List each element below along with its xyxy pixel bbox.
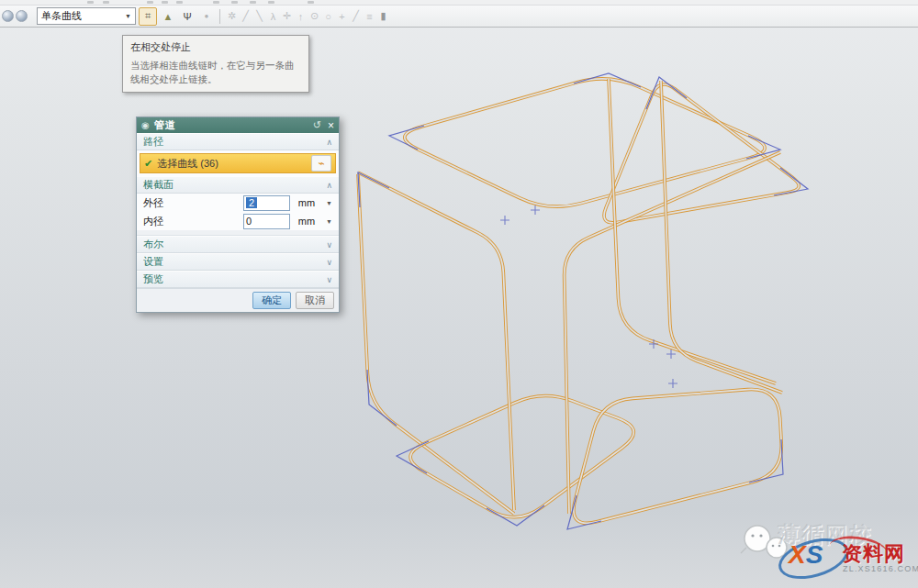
dialog-title: 管道 (154, 118, 176, 132)
watermark-url: ZL.XS1616.COM (843, 564, 918, 573)
curve-rule-dropdown[interactable]: 单条曲线 ▼ (37, 7, 136, 25)
pipe-curve[interactable] (358, 174, 514, 514)
snap-arc-icon[interactable]: ↑ (294, 11, 308, 22)
snap-point-on-face-icon[interactable]: ≡ (363, 11, 376, 22)
section-path-label: 路径 (143, 135, 163, 149)
point-marker[interactable] (668, 379, 677, 388)
pipe-curve-core[interactable] (609, 79, 776, 383)
inner-diameter-unit[interactable]: mm (298, 216, 315, 227)
pipe-curve-core[interactable] (604, 84, 799, 223)
point-marker[interactable] (531, 205, 540, 215)
tooltip-title: 在相交处停止 (130, 40, 301, 54)
snap-control-point-icon[interactable]: λ (266, 11, 280, 22)
pipe-curve[interactable] (604, 84, 799, 223)
point-marker[interactable] (666, 349, 676, 359)
pipe-curve-core[interactable] (574, 389, 781, 523)
gear-icon: ◉ (141, 120, 150, 130)
snap-endpoint-icon[interactable]: ╱ (239, 10, 252, 22)
select-curve-label: 选择曲线 (36) (157, 157, 218, 171)
stop-at-intersection-button[interactable]: ⌗ (139, 7, 157, 26)
snap-midpoint-icon[interactable]: ╲ (252, 10, 266, 22)
toolbar-separator (219, 9, 220, 24)
outer-diameter-unit[interactable]: mm (298, 197, 315, 208)
outer-diameter-value: 2 (246, 197, 257, 208)
check-icon: ✔ (144, 158, 152, 170)
chevron-down-icon[interactable]: ∨ (326, 275, 332, 284)
snap-point-on-curve-icon[interactable]: ╱ (349, 10, 363, 22)
ok-button[interactable]: 确定 (252, 292, 291, 309)
wireframe-corner[interactable] (358, 172, 389, 207)
section-cross-label: 横截面 (143, 178, 174, 192)
outer-diameter-input[interactable]: 2 (243, 195, 290, 211)
pipe-curve[interactable] (358, 172, 514, 510)
pipe-curve[interactable] (609, 79, 776, 383)
curve-rule-value: 单条曲线 (41, 9, 82, 23)
chevron-down-icon[interactable]: ▼ (326, 200, 332, 206)
sphere-icon[interactable] (2, 10, 14, 22)
pipe-curve[interactable] (661, 81, 782, 393)
snap-intersection-icon[interactable]: ✛ (280, 10, 294, 22)
inner-diameter-input[interactable]: 0 (243, 214, 290, 229)
curve-select-icon[interactable]: ⌁ (311, 155, 331, 172)
chevron-down-icon: ▼ (125, 13, 131, 19)
tube-dialog: ◉ 管道 ↺ × 路径 ∧ ✔ 选择曲线 (36) ⌁ 横截面 ∧ 外径 2 m… (136, 116, 340, 313)
reset-icon[interactable]: ↺ (313, 119, 321, 131)
pipe-curve-core[interactable] (358, 172, 514, 510)
chevron-down-icon[interactable]: ∨ (326, 240, 332, 250)
section-settings[interactable]: 设置 ∨ (137, 253, 339, 271)
inner-diameter-value: 0 (246, 216, 252, 227)
tooltip: 在相交处停止 当选择相连曲线链时，在它与另一条曲线相交处停止链接。 (122, 35, 309, 93)
outer-diameter-row: 外径 2 mm ▼ (137, 194, 339, 212)
chevron-up-icon[interactable]: ∧ (326, 181, 332, 190)
tooltip-body: 当选择相连曲线链时，在它与另一条曲线相交处停止链接。 (130, 59, 301, 85)
inner-diameter-row: 内径 0 mm ▼ (137, 212, 339, 230)
snap-center-icon[interactable]: ⊙ (308, 10, 321, 22)
pipe-curve-core[interactable] (358, 174, 514, 514)
section-settings-label: 设置 (143, 255, 163, 269)
snap-point-icon[interactable]: ✲ (225, 10, 239, 22)
magnet-tool-icon[interactable]: Ψ (179, 8, 196, 25)
point-tool-icon[interactable]: ● (198, 8, 215, 25)
outer-diameter-label: 外径 (143, 196, 243, 210)
selection-toolbar: 单条曲线 ▼ ⌗ ▲ Ψ ● ✲ ╱ ╲ λ ✛ ↑ ⊙ ○ + ╱ ≡ ▮ (0, 6, 918, 28)
section-preview-label: 预览 (143, 272, 163, 286)
dialog-buttons: 确定 取消 (137, 288, 339, 312)
chevron-down-icon[interactable]: ∨ (326, 258, 332, 267)
cone-tool-icon[interactable]: ▲ (160, 8, 176, 25)
pipe-curve-core[interactable] (405, 79, 765, 206)
snap-bounded-plane-icon[interactable]: ▮ (376, 10, 390, 22)
pipe-curve-core[interactable] (661, 81, 782, 393)
dialog-titlebar[interactable]: ◉ 管道 ↺ × (137, 117, 339, 133)
point-marker[interactable] (500, 216, 509, 225)
watermark-logo-xs: XS (789, 540, 823, 570)
snap-existing-point-icon[interactable]: + (335, 11, 349, 22)
pipe-curve[interactable] (405, 79, 765, 206)
wireframe-corner[interactable] (389, 126, 424, 150)
inner-diameter-label: 内径 (143, 215, 243, 228)
select-curve-row[interactable]: ✔ 选择曲线 (36) ⌁ (140, 153, 336, 173)
close-icon[interactable]: × (328, 119, 334, 132)
section-cross-section[interactable]: 横截面 ∧ (137, 176, 339, 194)
watermark: 薄循网校 XS 资料网 ZL.XS1616.COM (730, 518, 918, 586)
section-path[interactable]: 路径 ∧ (137, 133, 339, 150)
section-preview[interactable]: 预览 ∨ (137, 271, 339, 288)
chevron-down-icon[interactable]: ▼ (326, 218, 332, 225)
snap-quadrant-icon[interactable]: ○ (321, 11, 335, 22)
cancel-button[interactable]: 取消 (296, 292, 334, 309)
sphere-icon[interactable] (16, 10, 28, 22)
section-boolean[interactable]: 布尔 ∨ (137, 236, 339, 253)
chevron-up-icon[interactable]: ∧ (326, 138, 332, 147)
section-boolean-label: 布尔 (143, 238, 163, 251)
